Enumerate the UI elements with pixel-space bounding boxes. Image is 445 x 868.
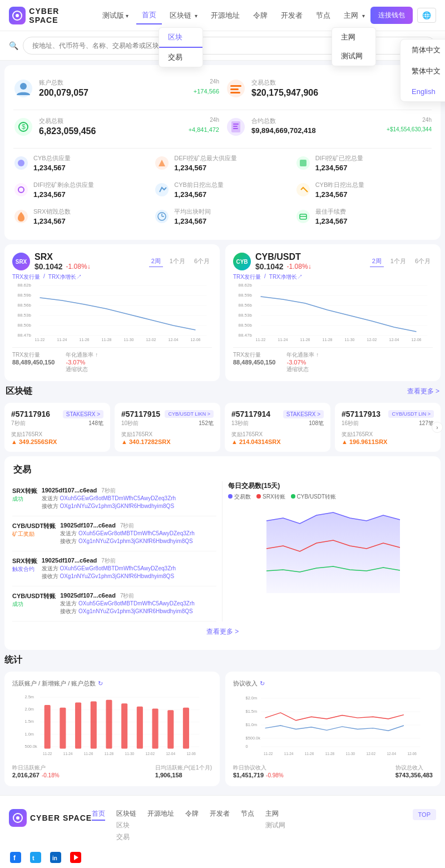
footer-nav-blockchain[interactable]: 区块链 bbox=[116, 809, 136, 818]
tx-hash-1[interactable]: 19025df107...c6ead bbox=[60, 522, 116, 530]
logo-icon bbox=[9, 7, 26, 24]
blockchain-dropdown-blocks[interactable]: 区块 bbox=[159, 28, 202, 48]
nav-home[interactable]: 首页 bbox=[136, 7, 162, 24]
line-chart-refresh-icon[interactable]: ↻ bbox=[260, 680, 265, 687]
line-footer-left: 昨日协议收入 $1,451,719 -0.98% bbox=[233, 764, 284, 778]
cyb-link2[interactable]: TRX净增长↗ bbox=[269, 273, 303, 281]
srx-tab-1m[interactable]: 1个月 bbox=[167, 256, 187, 267]
svg-text:12-04: 12-04 bbox=[169, 338, 179, 342]
cyb-today-label: CYB前日挖出总量 bbox=[174, 181, 224, 189]
srx-change: -1.08%↓ bbox=[66, 263, 91, 270]
cyb-link1[interactable]: TRX发行量 bbox=[233, 273, 261, 281]
srx-chart-info: SRX $0.1042 -1.08%↓ bbox=[34, 252, 91, 271]
srx-chart-tabs: 2周 1个月 6个月 bbox=[149, 256, 212, 267]
blockchain-dropdown-txs[interactable]: 交易 bbox=[159, 48, 202, 67]
tx-total-icon bbox=[226, 78, 246, 98]
footer-nav-developer[interactable]: 开发者 bbox=[210, 809, 230, 818]
nav-testnet[interactable]: 测试版 bbox=[97, 7, 134, 24]
srx-tab-6m[interactable]: 6个月 bbox=[192, 256, 212, 267]
tx-more-button[interactable]: 查看更多 > bbox=[12, 622, 433, 642]
lang-traditional[interactable]: 繁体中文 bbox=[400, 61, 445, 82]
footer-nav-mainnet[interactable]: 主网 bbox=[265, 809, 285, 818]
tx-amount-value: 6,823,059,456 bbox=[39, 126, 96, 136]
nav-mainnet[interactable]: 主网 主网 测试网 bbox=[338, 7, 370, 24]
logo[interactable]: CYBER SPACE bbox=[9, 7, 88, 24]
footer-logo-text: CYBER SPACE bbox=[30, 813, 92, 822]
social-youtube[interactable] bbox=[69, 851, 82, 864]
back-to-top-button[interactable]: TOP bbox=[413, 809, 436, 820]
footer-nav-col-3: 开源地址 bbox=[147, 809, 174, 842]
stats-section: 账户总数 24h 200,079,057 +174,566 交易总数 24h bbox=[4, 65, 441, 240]
footer: CYBER SPACE 首页 区块链 区块 交易 开源地址 令牌 开发者 节点 bbox=[0, 795, 445, 868]
nav-opensource[interactable]: 开源地址 bbox=[205, 7, 245, 24]
svg-text:88.62b: 88.62b bbox=[239, 283, 253, 288]
svg-text:$500.0k: $500.0k bbox=[246, 736, 261, 741]
bar-chart-refresh-icon[interactable]: ↻ bbox=[98, 680, 103, 687]
footer-nav-col-5: 开发者 bbox=[210, 809, 230, 842]
tx-type-label-3: CYB/USDT转账 bbox=[12, 592, 56, 600]
srx-link1[interactable]: TRX发行量 bbox=[12, 273, 40, 281]
nav-developer[interactable]: 开发者 bbox=[275, 7, 308, 24]
tx-item-1: CYB/USDT转账 矿工奖励 19025df107...c6ead 7秒前 发… bbox=[12, 516, 216, 551]
blockchain-more[interactable]: 查看更多 > bbox=[407, 387, 439, 396]
lang-simplified[interactable]: 简体中文 bbox=[400, 40, 445, 61]
cyb-footer-value1: 88,489,450,150 bbox=[233, 359, 275, 366]
svg-text:12-04: 12-04 bbox=[389, 338, 399, 342]
daily-chart-legend: 交易数 SRX转账 CYB/USDT转账 bbox=[228, 493, 433, 501]
svg-text:11-24: 11-24 bbox=[57, 338, 67, 342]
svg-text:12-02: 12-02 bbox=[146, 338, 156, 342]
mainnet-dropdown-test[interactable]: 测试网 bbox=[332, 47, 375, 66]
nav-token[interactable]: 令牌 bbox=[248, 7, 273, 24]
svg-point-24 bbox=[296, 183, 310, 196]
footer-nav-tx[interactable]: 交易 bbox=[116, 832, 136, 842]
mainnet-dropdown-main[interactable]: 主网 bbox=[332, 28, 375, 47]
svg-text:11-24: 11-24 bbox=[278, 338, 288, 342]
block-tag-1[interactable]: CYB/USDT LIKN > bbox=[165, 410, 214, 418]
tx-total-value: $20,175,947,906 bbox=[251, 88, 318, 98]
tx-from-1: 发送方 OXuh5GEwGr8otMBTDmWfhC5AwyDZeq3Zrh bbox=[60, 530, 195, 537]
tx-hash-0[interactable]: 19025df107...c6ead bbox=[42, 487, 97, 495]
defi-supply-info: DEFI挖矿总最大供应量 1,234,567 bbox=[174, 154, 237, 172]
cyb-tab-6m[interactable]: 6个月 bbox=[413, 256, 433, 267]
svg-point-3 bbox=[20, 83, 27, 90]
connect-wallet-button[interactable]: 连接钱包 bbox=[370, 7, 413, 24]
tx-details-3: 19025df107...c6ead 7秒前 发送方 OXuh5GEwGr8ot… bbox=[60, 592, 195, 615]
globe-button[interactable]: 🌐 bbox=[417, 8, 436, 23]
cyb-tab-2w[interactable]: 2周 bbox=[370, 256, 384, 267]
block-tag-3[interactable]: CYB/USDT LIN > bbox=[388, 410, 434, 418]
srx-tab-2w[interactable]: 2周 bbox=[149, 256, 163, 267]
social-linkedin[interactable]: in bbox=[49, 851, 62, 864]
nav-node[interactable]: 节点 bbox=[310, 7, 336, 24]
nav-blockchain[interactable]: 区块链 区块 交易 bbox=[164, 7, 204, 24]
svg-text:88.56b: 88.56b bbox=[239, 303, 253, 308]
block-tag-0[interactable]: STAKESRX > bbox=[63, 410, 103, 418]
svg-rect-13 bbox=[233, 124, 239, 125]
footer-nav-node[interactable]: 节点 bbox=[241, 809, 254, 818]
block-tag-2[interactable]: STAKESRX > bbox=[283, 410, 324, 418]
social-facebook[interactable]: f bbox=[9, 851, 22, 864]
social-twitter[interactable]: t bbox=[29, 851, 42, 864]
block-number-2: #57117914 bbox=[231, 410, 270, 418]
difi-supply-label: DIFI挖矿已挖总量 bbox=[315, 154, 364, 162]
tx-to-1: 接收方 OXg1nNYuZGv1phm3jGKNfR6Hbwdhyim8QS bbox=[60, 537, 195, 545]
lang-english[interactable]: English bbox=[400, 82, 445, 101]
tx-hash-2[interactable]: 19025df107...c6ead bbox=[42, 557, 97, 565]
best-fee-label: 最佳手续费 bbox=[315, 208, 348, 216]
srx-link2[interactable]: TRX净增长↗ bbox=[48, 273, 82, 281]
bar-chart-title: 活跃账户 / 新增账户 / 账户总数 ↻ bbox=[12, 679, 212, 688]
footer-nav-opensource[interactable]: 开源地址 bbox=[147, 809, 174, 818]
tx-from-2: 发送方 OXuh5GEwGr8otMBTDmWfhC5AwyDZeq3Zrh bbox=[42, 565, 176, 573]
svg-rect-91 bbox=[152, 709, 159, 749]
footer-nav-token[interactable]: 令牌 bbox=[185, 809, 199, 818]
footer-nav-testnet[interactable]: 测试网 bbox=[265, 821, 285, 830]
tx-hash-3[interactable]: 19025df107...c6ead bbox=[60, 592, 116, 600]
footer-nav-block[interactable]: 区块 bbox=[116, 821, 136, 830]
svg-text:88.62b: 88.62b bbox=[18, 283, 32, 288]
bar-chart-svg: 2.5m 2.0m 1.5m 1.0m 500.0k bbox=[12, 692, 212, 759]
stats-bottom-title: 统计 bbox=[4, 654, 441, 666]
footer-nav-home[interactable]: 首页 bbox=[92, 809, 105, 821]
blocks-next-arrow[interactable]: › bbox=[432, 422, 443, 433]
difi-remaining-info: DIFI挖矿剩余总供应量 1,234,567 bbox=[33, 181, 94, 199]
cyb-tab-1m[interactable]: 1个月 bbox=[388, 256, 408, 267]
block-txs-2: 108笔 bbox=[309, 420, 324, 427]
